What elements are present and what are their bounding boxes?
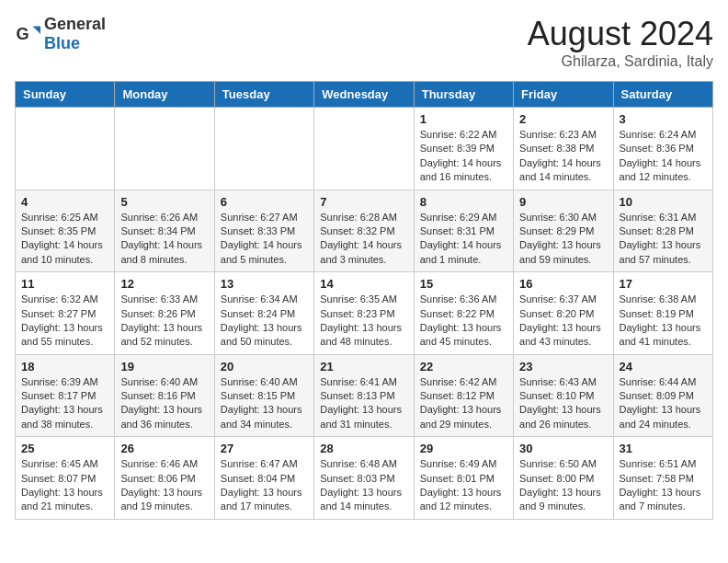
calendar-cell bbox=[16, 108, 115, 190]
day-number: 1 bbox=[420, 112, 507, 126]
day-info: Sunrise: 6:46 AMSunset: 8:06 PMDaylight:… bbox=[120, 457, 208, 514]
calendar-cell: 1Sunrise: 6:22 AMSunset: 8:39 PMDaylight… bbox=[414, 108, 513, 190]
calendar-week-0: 1Sunrise: 6:22 AMSunset: 8:39 PMDaylight… bbox=[16, 108, 713, 190]
day-info: Sunrise: 6:35 AMSunset: 8:23 PMDaylight:… bbox=[320, 293, 407, 350]
day-info: Sunrise: 6:38 AMSunset: 8:19 PMDaylight:… bbox=[620, 293, 707, 350]
calendar-cell: 13Sunrise: 6:34 AMSunset: 8:24 PMDayligh… bbox=[214, 272, 313, 355]
calendar-cell: 17Sunrise: 6:38 AMSunset: 8:19 PMDayligh… bbox=[613, 272, 712, 355]
calendar-week-1: 4Sunrise: 6:25 AMSunset: 8:35 PMDaylight… bbox=[16, 190, 713, 272]
day-number: 11 bbox=[21, 277, 108, 291]
logo: G General Blue bbox=[15, 15, 106, 53]
weekday-header-monday: Monday bbox=[115, 82, 214, 108]
calendar-cell: 5Sunrise: 6:26 AMSunset: 8:34 PMDaylight… bbox=[115, 190, 214, 272]
day-info: Sunrise: 6:30 AMSunset: 8:29 PMDaylight:… bbox=[519, 211, 607, 268]
day-info: Sunrise: 6:28 AMSunset: 8:32 PMDaylight:… bbox=[320, 211, 407, 268]
day-number: 15 bbox=[420, 277, 507, 291]
day-number: 12 bbox=[120, 277, 208, 291]
calendar-cell: 11Sunrise: 6:32 AMSunset: 8:27 PMDayligh… bbox=[16, 272, 115, 355]
day-info: Sunrise: 6:49 AMSunset: 8:01 PMDaylight:… bbox=[420, 457, 507, 514]
day-number: 22 bbox=[420, 360, 507, 373]
calendar-week-4: 25Sunrise: 6:45 AMSunset: 8:07 PMDayligh… bbox=[16, 437, 713, 520]
day-info: Sunrise: 6:24 AMSunset: 8:36 PMDaylight:… bbox=[620, 128, 707, 185]
weekday-header-thursday: Thursday bbox=[414, 82, 513, 108]
day-info: Sunrise: 6:29 AMSunset: 8:31 PMDaylight:… bbox=[420, 211, 507, 268]
calendar-cell: 30Sunrise: 6:50 AMSunset: 8:00 PMDayligh… bbox=[514, 437, 613, 520]
day-info: Sunrise: 6:48 AMSunset: 8:03 PMDaylight:… bbox=[320, 457, 407, 514]
main-title: August 2024 bbox=[528, 15, 713, 53]
day-info: Sunrise: 6:22 AMSunset: 8:39 PMDaylight:… bbox=[420, 128, 507, 185]
calendar-cell: 12Sunrise: 6:33 AMSunset: 8:26 PMDayligh… bbox=[115, 272, 214, 355]
day-info: Sunrise: 6:34 AMSunset: 8:24 PMDaylight:… bbox=[221, 293, 308, 350]
weekday-header-wednesday: Wednesday bbox=[314, 82, 414, 108]
calendar-cell: 22Sunrise: 6:42 AMSunset: 8:12 PMDayligh… bbox=[414, 354, 513, 437]
day-number: 13 bbox=[221, 277, 308, 291]
calendar-cell: 28Sunrise: 6:48 AMSunset: 8:03 PMDayligh… bbox=[314, 437, 414, 520]
calendar-cell: 6Sunrise: 6:27 AMSunset: 8:33 PMDaylight… bbox=[214, 190, 313, 272]
day-info: Sunrise: 6:51 AMSunset: 7:58 PMDaylight:… bbox=[620, 457, 707, 514]
calendar-cell bbox=[314, 108, 414, 190]
day-info: Sunrise: 6:41 AMSunset: 8:13 PMDaylight:… bbox=[320, 375, 407, 432]
calendar-cell: 2Sunrise: 6:23 AMSunset: 8:38 PMDaylight… bbox=[514, 108, 613, 190]
day-number: 27 bbox=[221, 442, 308, 455]
calendar-cell bbox=[115, 108, 214, 190]
calendar-cell: 27Sunrise: 6:47 AMSunset: 8:04 PMDayligh… bbox=[214, 437, 313, 520]
logo-general: General bbox=[44, 15, 106, 33]
weekday-header-saturday: Saturday bbox=[613, 82, 712, 108]
day-info: Sunrise: 6:37 AMSunset: 8:20 PMDaylight:… bbox=[519, 293, 607, 350]
day-info: Sunrise: 6:31 AMSunset: 8:28 PMDaylight:… bbox=[620, 211, 707, 268]
day-number: 19 bbox=[120, 360, 208, 373]
day-number: 26 bbox=[120, 442, 208, 455]
day-number: 25 bbox=[21, 442, 108, 455]
day-info: Sunrise: 6:40 AMSunset: 8:15 PMDaylight:… bbox=[221, 375, 308, 432]
title-area: August 2024 Ghilarza, Sardinia, Italy bbox=[528, 15, 713, 70]
day-info: Sunrise: 6:44 AMSunset: 8:09 PMDaylight:… bbox=[620, 375, 707, 432]
calendar-cell bbox=[214, 108, 313, 190]
calendar-cell: 20Sunrise: 6:40 AMSunset: 8:15 PMDayligh… bbox=[214, 354, 313, 437]
svg-text:G: G bbox=[16, 25, 28, 43]
weekday-header-friday: Friday bbox=[514, 82, 613, 108]
day-number: 6 bbox=[221, 195, 308, 209]
day-number: 28 bbox=[320, 442, 407, 455]
calendar-cell: 3Sunrise: 6:24 AMSunset: 8:36 PMDaylight… bbox=[613, 108, 712, 190]
logo-icon: G bbox=[15, 21, 40, 47]
calendar-cell: 7Sunrise: 6:28 AMSunset: 8:32 PMDaylight… bbox=[314, 190, 414, 272]
weekday-header-row: SundayMondayTuesdayWednesdayThursdayFrid… bbox=[16, 82, 713, 108]
day-number: 14 bbox=[320, 277, 407, 291]
day-info: Sunrise: 6:42 AMSunset: 8:12 PMDaylight:… bbox=[420, 375, 507, 432]
day-number: 9 bbox=[519, 195, 607, 209]
day-number: 7 bbox=[320, 195, 407, 209]
calendar-week-2: 11Sunrise: 6:32 AMSunset: 8:27 PMDayligh… bbox=[16, 272, 713, 355]
day-number: 2 bbox=[519, 112, 607, 126]
day-info: Sunrise: 6:25 AMSunset: 8:35 PMDaylight:… bbox=[21, 211, 108, 268]
calendar-cell: 26Sunrise: 6:46 AMSunset: 8:06 PMDayligh… bbox=[115, 437, 214, 520]
day-number: 30 bbox=[519, 442, 607, 455]
day-number: 31 bbox=[620, 442, 707, 455]
header: G General Blue August 2024 Ghilarza, Sar… bbox=[15, 15, 713, 70]
day-info: Sunrise: 6:47 AMSunset: 8:04 PMDaylight:… bbox=[221, 457, 308, 514]
weekday-header-sunday: Sunday bbox=[16, 82, 115, 108]
day-info: Sunrise: 6:50 AMSunset: 8:00 PMDaylight:… bbox=[519, 457, 607, 514]
day-number: 17 bbox=[620, 277, 707, 291]
day-info: Sunrise: 6:39 AMSunset: 8:17 PMDaylight:… bbox=[21, 375, 108, 432]
day-number: 16 bbox=[519, 277, 607, 291]
calendar-cell: 16Sunrise: 6:37 AMSunset: 8:20 PMDayligh… bbox=[514, 272, 613, 355]
day-number: 3 bbox=[620, 112, 707, 126]
day-number: 21 bbox=[320, 360, 407, 373]
calendar-table: SundayMondayTuesdayWednesdayThursdayFrid… bbox=[15, 81, 713, 520]
calendar-cell: 21Sunrise: 6:41 AMSunset: 8:13 PMDayligh… bbox=[314, 354, 414, 437]
day-number: 29 bbox=[420, 442, 507, 455]
calendar-cell: 15Sunrise: 6:36 AMSunset: 8:22 PMDayligh… bbox=[414, 272, 513, 355]
calendar-cell: 14Sunrise: 6:35 AMSunset: 8:23 PMDayligh… bbox=[314, 272, 414, 355]
day-number: 5 bbox=[120, 195, 208, 209]
calendar-cell: 29Sunrise: 6:49 AMSunset: 8:01 PMDayligh… bbox=[414, 437, 513, 520]
day-number: 10 bbox=[620, 195, 707, 209]
day-info: Sunrise: 6:45 AMSunset: 8:07 PMDaylight:… bbox=[21, 457, 108, 514]
day-number: 20 bbox=[221, 360, 308, 373]
subtitle: Ghilarza, Sardinia, Italy bbox=[528, 53, 713, 70]
calendar-cell: 19Sunrise: 6:40 AMSunset: 8:16 PMDayligh… bbox=[115, 354, 214, 437]
calendar-cell: 10Sunrise: 6:31 AMSunset: 8:28 PMDayligh… bbox=[613, 190, 712, 272]
calendar-cell: 24Sunrise: 6:44 AMSunset: 8:09 PMDayligh… bbox=[613, 354, 712, 437]
calendar-cell: 4Sunrise: 6:25 AMSunset: 8:35 PMDaylight… bbox=[16, 190, 115, 272]
calendar-cell: 23Sunrise: 6:43 AMSunset: 8:10 PMDayligh… bbox=[514, 354, 613, 437]
day-number: 8 bbox=[420, 195, 507, 209]
